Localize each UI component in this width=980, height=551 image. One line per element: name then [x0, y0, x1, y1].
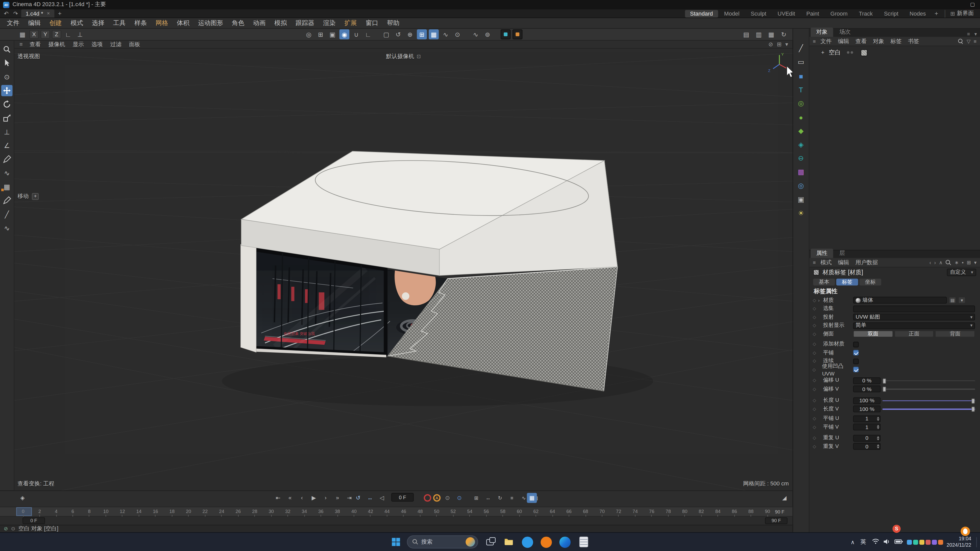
panel-menu-icon[interactable]: ≡	[972, 38, 978, 44]
slider-length-v[interactable]	[883, 406, 975, 413]
render-settings-button[interactable]	[512, 29, 522, 39]
tray-clock[interactable]: 19:042024/11/22	[947, 536, 971, 548]
start-button[interactable]	[389, 535, 402, 549]
field-icon[interactable]: ◎	[796, 181, 807, 191]
value-field-length-v[interactable]: 100 %	[853, 406, 881, 413]
material-picker-icon[interactable]: ▾	[958, 297, 966, 304]
spinner-repetition-v[interactable]: 0	[853, 443, 881, 450]
snap-icon[interactable]: ⊞	[417, 29, 427, 39]
document-tab[interactable]: 1.c4d * ×	[21, 10, 54, 17]
camera-mode-icon[interactable]: ▣	[328, 29, 337, 39]
object-menu-标签[interactable]: 标签	[887, 37, 905, 45]
axis-tool[interactable]: ⊥	[1, 126, 13, 138]
expander-icon[interactable]: ›	[818, 298, 822, 303]
object-name[interactable]: 空白	[829, 48, 841, 57]
next-key-button[interactable]: »	[332, 493, 342, 503]
menubar-item[interactable]: 文件	[3, 19, 24, 27]
menubar-item[interactable]: 扩展	[340, 19, 361, 27]
prev-frame-button[interactable]: ‹	[297, 493, 307, 503]
anim-diamond-icon[interactable]: ◇	[812, 407, 817, 412]
dropdown-projection-display[interactable]: 简单▾	[853, 322, 975, 329]
magnet-icon[interactable]: ∪	[351, 29, 361, 39]
play-button[interactable]: ▶	[309, 493, 319, 503]
viewport-menu-选项[interactable]: 选项	[88, 40, 107, 48]
app-orange-button[interactable]	[539, 534, 554, 549]
anim-diamond-icon[interactable]: ◇	[812, 367, 816, 372]
grid-snap-icon[interactable]: ▦	[429, 29, 439, 39]
pingpong-button[interactable]: ↔	[365, 493, 375, 503]
object-menu-书签[interactable]: 书签	[905, 37, 922, 45]
menubar-item[interactable]: 选择	[88, 19, 109, 27]
back-icon[interactable]: ‹	[928, 260, 933, 265]
quantize-icon[interactable]: ∿	[441, 29, 451, 39]
rotate-tool[interactable]	[1, 99, 13, 110]
task-view-button[interactable]	[483, 534, 498, 549]
boole-icon[interactable]: ⊖	[796, 154, 807, 163]
camera-menu-icon[interactable]: ⊡	[417, 54, 421, 59]
spline-pen-icon[interactable]: ╱	[796, 44, 807, 53]
checkbox-use-bump-uvw[interactable]	[853, 367, 859, 372]
slider-offset-u[interactable]	[883, 377, 975, 384]
notes-button[interactable]	[576, 534, 591, 549]
menubar-item[interactable]: 创建	[45, 19, 66, 27]
swatch-tool[interactable]: ▦	[1, 181, 13, 192]
anim-diamond-icon[interactable]: ◇	[812, 332, 817, 337]
attribute-menu-编辑[interactable]: 编辑	[835, 259, 853, 267]
modeling-axis-icon[interactable]: ⊕	[405, 29, 415, 39]
show-desktop-divider[interactable]	[976, 537, 977, 547]
object-menu-编辑[interactable]: 编辑	[835, 37, 853, 45]
material-browse-icon[interactable]: ▤	[949, 297, 956, 304]
filter-icon[interactable]: ▽	[965, 38, 972, 44]
settings-icon[interactable]: ∗	[953, 260, 960, 265]
layout-tab-model[interactable]: Model	[719, 10, 745, 17]
lathe-icon[interactable]: ◎	[796, 99, 807, 108]
workplane-mode-icon[interactable]: ▢	[381, 29, 391, 39]
volume-icon[interactable]: ▩	[796, 167, 807, 177]
segment-双面[interactable]: 双面	[853, 330, 893, 338]
object-menu-查看[interactable]: 查看	[853, 37, 870, 45]
simulate-icon[interactable]: ◎	[304, 29, 313, 39]
text-field-selection[interactable]	[853, 305, 975, 312]
checkbox-tile[interactable]	[853, 350, 859, 356]
checkbox-add-material[interactable]	[853, 341, 859, 347]
menubar-item[interactable]: 帮助	[383, 19, 404, 27]
spinner-tiles-u[interactable]: 1	[853, 415, 881, 422]
layout-single-icon[interactable]: ▤	[741, 29, 751, 39]
anim-diamond-icon[interactable]: ◇	[812, 342, 817, 347]
wifi-icon[interactable]	[872, 538, 879, 545]
attribute-burger-icon[interactable]: ≡	[811, 260, 818, 265]
dropdown-projection[interactable]: UVW 贴图▾	[853, 314, 975, 321]
timeline-resize-icon[interactable]: ◢	[780, 493, 789, 503]
lock-icon[interactable]: ▪	[960, 260, 965, 265]
viewport-3d-scene[interactable]: 创意想象 突破自我	[14, 49, 792, 490]
cube-object-icon[interactable]: ■	[796, 71, 807, 81]
edge-button[interactable]	[557, 534, 573, 549]
battery-icon[interactable]	[894, 538, 903, 545]
prev-key-button[interactable]: «	[285, 493, 295, 503]
object-row[interactable]: + 空白	[809, 48, 980, 57]
coord-system-icon[interactable]: ∟	[63, 29, 73, 39]
menubar-item[interactable]: 角色	[228, 19, 248, 27]
viewport-display-icon[interactable]: ◉	[339, 29, 349, 39]
rotate-snap-icon[interactable]: ↺	[393, 29, 403, 39]
layout-tab-nodes[interactable]: Nodes	[905, 10, 931, 17]
viewport-burger-icon[interactable]: ≡	[17, 41, 25, 48]
move-tool[interactable]	[1, 85, 13, 96]
menubar-item[interactable]: 跟踪器	[291, 19, 319, 27]
material-field[interactable]: 墙体	[853, 297, 947, 304]
forward-icon[interactable]: ›	[932, 260, 937, 265]
anim-diamond-icon[interactable]: ◇	[812, 444, 817, 449]
anim-diamond-icon[interactable]: ◇	[812, 306, 817, 311]
layout-tab-groom[interactable]: Groom	[825, 10, 853, 17]
anim-diamond-icon[interactable]: ◇	[812, 315, 817, 320]
menubar-item[interactable]: 渲染	[319, 19, 340, 27]
text-object-icon[interactable]: T	[796, 85, 807, 94]
tweak-tool[interactable]: ⊙	[1, 71, 13, 83]
menubar-item[interactable]: 运动图形	[194, 19, 228, 27]
keyframe-nav-icon[interactable]: ◈	[18, 493, 27, 503]
anim-diamond-icon[interactable]: ◇	[812, 323, 817, 328]
redo-icon[interactable]: ↷	[12, 10, 19, 16]
viewport-toggle-icon[interactable]: ⊞	[775, 41, 783, 48]
knife-tool[interactable]: ╱	[1, 209, 13, 220]
light-object-icon[interactable]: ☀	[796, 209, 807, 218]
